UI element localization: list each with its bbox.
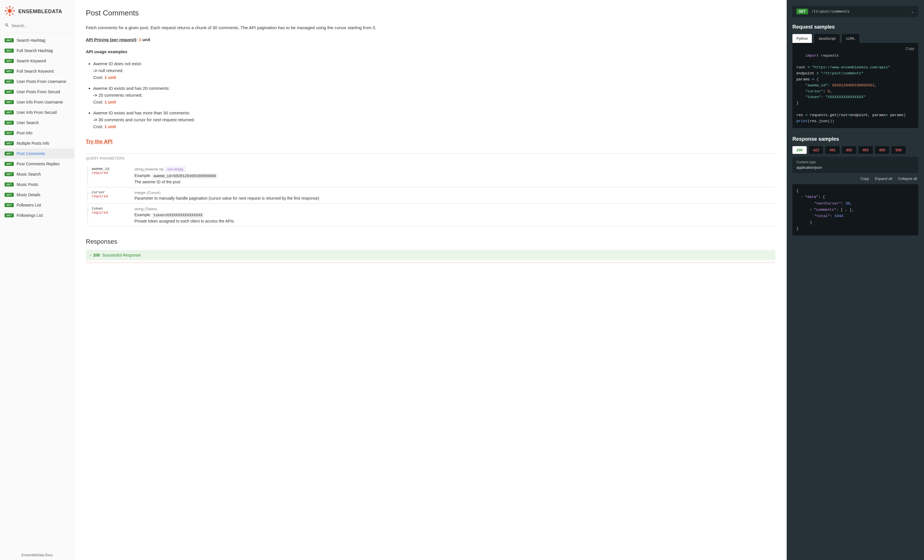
response-code-tab[interactable]: 492 bbox=[842, 146, 856, 154]
nav-item-label: User Info From Secuid bbox=[16, 110, 57, 115]
footer-link[interactable]: EnsembleData Docs bbox=[0, 550, 74, 560]
usage-heading: API usage examples bbox=[86, 48, 775, 55]
search-icon bbox=[4, 23, 9, 28]
copy-button[interactable]: Copy bbox=[906, 46, 914, 52]
content-type-value: application/json bbox=[796, 165, 914, 169]
nav-item[interactable]: GETUser Info From Username bbox=[0, 97, 74, 107]
responses-heading: Responses bbox=[86, 238, 775, 246]
content-type-label: Content type bbox=[796, 160, 914, 164]
sidebar: ENSEMBLEDATA GETSearch HashtagGETFull Se… bbox=[0, 0, 74, 560]
method-badge: GET bbox=[4, 213, 14, 217]
nav-item[interactable]: GETMultiple Posts Info bbox=[0, 138, 74, 148]
param-required: required bbox=[92, 211, 135, 215]
endpoint-bar[interactable]: GET /tt/post/comments ⌄ bbox=[792, 6, 918, 17]
sample-tab[interactable]: cURL bbox=[842, 34, 860, 43]
method-badge: GET bbox=[4, 141, 14, 145]
method-badge: GET bbox=[4, 49, 14, 52]
nav-item[interactable]: GETPost Comments bbox=[0, 148, 74, 159]
collapse-icon[interactable]: − bbox=[801, 194, 804, 200]
method-badge: GET bbox=[4, 203, 14, 207]
param-row: cursorrequiredinteger (Cursor)Parameter … bbox=[86, 187, 775, 204]
chevron-down-icon: ⌄ bbox=[911, 9, 914, 14]
json-expand-button[interactable]: Expand all bbox=[875, 177, 892, 181]
nav-item-label: User Posts From Username bbox=[16, 79, 66, 84]
response-code-tab[interactable]: 422 bbox=[809, 146, 823, 154]
nav-item-label: User Info From Username bbox=[16, 100, 63, 105]
nav-item-label: Search Hashtag bbox=[16, 38, 45, 43]
method-badge: GET bbox=[4, 162, 14, 166]
param-desc: The aweme ID of the post bbox=[135, 180, 775, 184]
nav-item[interactable]: GETSearch Hashtag bbox=[0, 35, 74, 45]
logo[interactable]: ENSEMBLEDATA bbox=[0, 0, 74, 21]
method-badge: GET bbox=[4, 79, 14, 84]
method-badge: GET bbox=[4, 121, 14, 125]
logo-icon bbox=[4, 5, 15, 18]
json-collapse-button[interactable]: Collapse all bbox=[898, 177, 917, 181]
pricing-unit: unit bbox=[141, 37, 150, 42]
nav-item[interactable]: GETSearch Keyword bbox=[0, 56, 74, 66]
method-badge: GET bbox=[4, 183, 14, 186]
search-input[interactable] bbox=[12, 24, 69, 28]
response-code: 200 bbox=[93, 253, 100, 258]
nav-item[interactable]: GETUser Info From Secuid bbox=[0, 107, 74, 118]
nav-item-label: Music Search bbox=[16, 172, 41, 177]
method-badge: GET bbox=[4, 111, 14, 114]
code-sample: Copyimport requests root = "https://www.… bbox=[792, 43, 918, 128]
try-api-link[interactable]: Try the API bbox=[86, 139, 112, 145]
endpoint-path: /tt/post/comments bbox=[812, 9, 908, 14]
nav-item-label: Search Keyword bbox=[16, 58, 46, 63]
param-type: integer (Cursor) bbox=[135, 190, 160, 195]
usage-example: Aweme ID exists and has 20 comments:-> 2… bbox=[93, 85, 775, 106]
param-name: aweme_id bbox=[92, 167, 135, 171]
nav-item[interactable]: GETFollowers List bbox=[0, 200, 74, 210]
param-desc: Parameter to manually handle pagination … bbox=[135, 196, 775, 201]
brand-name: ENSEMBLEDATA bbox=[18, 9, 62, 15]
nav-item-label: Post Info bbox=[16, 131, 32, 135]
nav-item-label: Full Search Hashtag bbox=[16, 48, 53, 53]
param-row: aweme_idrequiredstring (Aweme Id)non-emp… bbox=[86, 164, 775, 187]
content-type-box[interactable]: Content type application/json bbox=[792, 157, 918, 173]
nav-item-label: Music Details bbox=[16, 193, 40, 197]
nav-item[interactable]: GETUser Posts From Secuid bbox=[0, 87, 74, 97]
expand-icon[interactable]: + bbox=[810, 207, 813, 213]
method-badge: GET bbox=[4, 69, 14, 73]
nav-item[interactable]: GETFull Search Keyword bbox=[0, 66, 74, 76]
param-row: tokenrequiredstring (Token)Example: toke… bbox=[86, 204, 775, 226]
nav-item[interactable]: GETFollowings List bbox=[0, 210, 74, 220]
method-badge: GET bbox=[4, 90, 14, 94]
nav-item-label: Post Comments bbox=[16, 151, 45, 156]
json-copy-button[interactable]: Copy bbox=[861, 177, 869, 181]
nav-item-label: User Posts From Secuid bbox=[16, 90, 60, 94]
nav-item-label: Full Search Keyword bbox=[16, 69, 54, 73]
nav-item[interactable]: GETMusic Search bbox=[0, 169, 74, 179]
nav-item[interactable]: GETMusic Posts bbox=[0, 179, 74, 190]
response-error-row[interactable] bbox=[86, 262, 775, 263]
method-badge: GET bbox=[4, 131, 14, 135]
pricing-label: API Pricing (per request) bbox=[86, 37, 136, 42]
method-badge: GET bbox=[4, 100, 14, 104]
response-code-tab[interactable]: 500 bbox=[891, 146, 906, 154]
sample-tab[interactable]: Python bbox=[792, 34, 812, 43]
method-badge: GET bbox=[4, 151, 14, 156]
response-200-row[interactable]: › 200 Successful Response bbox=[86, 250, 775, 260]
response-code-tab[interactable]: 493 bbox=[858, 146, 873, 154]
response-code-tab[interactable]: 495 bbox=[875, 146, 890, 154]
nav-item[interactable]: GETUser Posts From Username bbox=[0, 76, 74, 87]
json-actions: Copy Expand all Collapse all bbox=[792, 173, 918, 184]
query-params-label: QUERY PARAMETERS bbox=[86, 153, 775, 160]
response-text: Successful Response bbox=[102, 253, 141, 258]
nav-list: GETSearch HashtagGETFull Search HashtagG… bbox=[0, 33, 74, 550]
request-samples-heading: Request samples bbox=[792, 24, 918, 30]
nav-item[interactable]: GETUser Search bbox=[0, 118, 74, 128]
response-code-tab[interactable]: 200 bbox=[792, 146, 807, 154]
nav-item[interactable]: GETFull Search Hashtag bbox=[0, 45, 74, 56]
nav-item-label: Music Posts bbox=[16, 182, 38, 187]
nav-item-label: Followings List bbox=[16, 213, 43, 218]
sample-tab[interactable]: JavaScript bbox=[814, 34, 840, 43]
nav-item[interactable]: GETPost Info bbox=[0, 128, 74, 138]
nav-item[interactable]: GETMusic Details bbox=[0, 190, 74, 200]
search-bar[interactable] bbox=[0, 21, 74, 33]
nav-item[interactable]: GETPost Comments Replies bbox=[0, 159, 74, 169]
response-code-tab[interactable]: 491 bbox=[825, 146, 840, 154]
param-example: token=XXXXXXXXXXXXXXXX bbox=[152, 213, 204, 218]
